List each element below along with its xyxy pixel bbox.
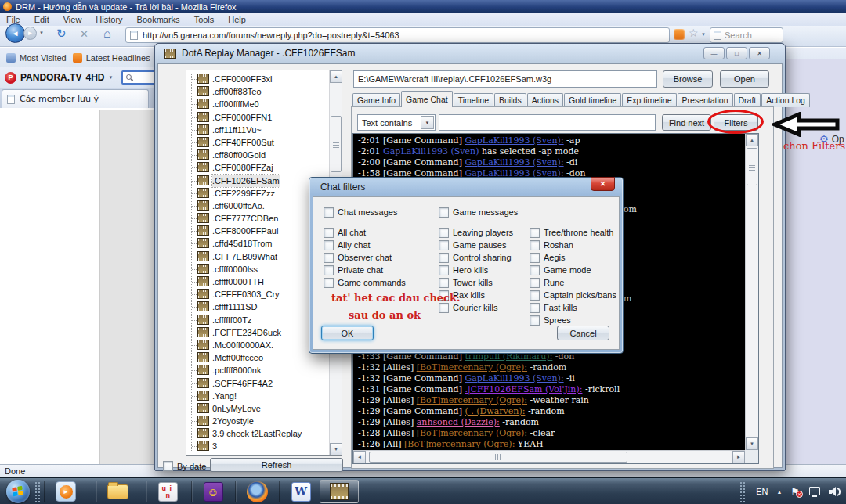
menu-tools[interactable]: Tools: [194, 15, 215, 24]
player-link[interactable]: [BoT]mercennary (Ogre):: [404, 439, 515, 449]
checkbox-game-messages[interactable]: [439, 207, 449, 218]
language-indicator[interactable]: EN: [756, 487, 768, 496]
taskbar-unikey[interactable]: uin: [149, 480, 186, 503]
replay-item[interactable]: .CFF7EB09What: [186, 250, 328, 263]
home-icon[interactable]: [103, 27, 111, 41]
network-icon[interactable]: [808, 487, 820, 497]
rss-icon[interactable]: [674, 29, 685, 40]
menu-bookmarks[interactable]: Bookmarks: [137, 15, 180, 24]
replay-item[interactable]: .CFF7777CDBen: [186, 212, 328, 225]
tab-action-log[interactable]: Action Log: [761, 93, 810, 107]
bookmark-latest-headlines[interactable]: Latest Headlines: [73, 53, 150, 63]
replay-item[interactable]: .Yang!: [186, 390, 328, 402]
browse-button[interactable]: Browse: [663, 70, 713, 88]
forward-button[interactable]: [24, 27, 37, 40]
scroll-thumb[interactable]: [369, 452, 627, 463]
menu-edit[interactable]: Edit: [34, 15, 49, 24]
checkbox-private-chat[interactable]: [324, 265, 334, 275]
chat-vertical-scrollbar[interactable]: [745, 134, 758, 450]
scroll-up-icon[interactable]: [746, 134, 758, 146]
scroll-thumb[interactable]: [747, 148, 757, 185]
checkbox-tower-kills[interactable]: [439, 278, 449, 288]
show-hidden-icons[interactable]: [776, 489, 782, 495]
tab-presentation[interactable]: Presentation: [678, 93, 733, 107]
browser-tab[interactable]: Các member lưu ý: [2, 89, 149, 108]
pandora-label[interactable]: PANDORA.TV: [20, 72, 81, 83]
checkbox-courier-kills[interactable]: [439, 303, 449, 313]
minimize-button[interactable]: [703, 47, 725, 59]
select-dropdown-icon[interactable]: [421, 116, 434, 129]
player-link[interactable]: GapLaKill1993 (Sven):: [465, 157, 563, 167]
replay-item[interactable]: 2Yoyostyle: [186, 415, 328, 427]
replay-item[interactable]: .SCFF46FF4A2: [186, 377, 328, 390]
player-link[interactable]: [BoT]mercennary (Ogre):: [417, 362, 527, 373]
cancel-button[interactable]: Cancel: [557, 326, 609, 340]
tab-exp-timeline[interactable]: Exp timeline: [622, 93, 676, 107]
scroll-left-icon[interactable]: [353, 451, 366, 463]
checkbox-ally-chat[interactable]: [324, 240, 334, 250]
taskbar-media-player[interactable]: [47, 480, 85, 503]
replay-item[interactable]: .CFF0000FF3xi: [186, 73, 328, 85]
checkbox-rune[interactable]: [530, 278, 540, 288]
bookmark-dropdown-icon[interactable]: [701, 32, 706, 37]
player-link[interactable]: [BoT]mercennary (Ogre):: [417, 428, 527, 438]
replay-item[interactable]: .cffffff00Tz: [186, 314, 328, 326]
checkbox-sprees[interactable]: [530, 315, 540, 326]
replay-item[interactable]: .CFF0080FFZaj: [186, 161, 328, 174]
by-date-checkbox[interactable]: [163, 461, 173, 471]
player-link[interactable]: GapLaKill1993 (Sven):: [465, 373, 563, 383]
tab-actions[interactable]: Actions: [527, 93, 563, 107]
player-link[interactable]: [BoT]mercennary (Ogre):: [417, 395, 527, 405]
tab-draft[interactable]: Draft: [734, 93, 761, 107]
checkbox-captain-picks-bans[interactable]: [530, 290, 540, 301]
search-engine-icon[interactable]: [714, 31, 721, 40]
scroll-down-icon[interactable]: [746, 437, 758, 450]
checkbox-hero-kills[interactable]: [439, 265, 449, 275]
drm-titlebar[interactable]: DotA Replay Manager - .CFF1026EFSam: [164, 48, 355, 59]
url-bar[interactable]: http://vn5.garena.com/forums/newreply.ph…: [125, 27, 670, 43]
replay-item[interactable]: .cffff1111SD: [186, 301, 328, 313]
replay-item[interactable]: .cffff0000lss: [186, 263, 328, 275]
action-center-icon[interactable]: ✕: [790, 486, 800, 498]
tab-timeline[interactable]: Timeline: [454, 93, 494, 107]
refresh-icon[interactable]: [56, 27, 67, 41]
tab-gold-timeline[interactable]: Gold timeline: [564, 93, 621, 107]
player-link[interactable]: GapLaKill1993 (Sven): [383, 146, 479, 157]
checkbox-control-sharing[interactable]: [439, 253, 449, 263]
player-link[interactable]: anhsoncd (Dazzle):: [417, 417, 500, 427]
menu-help[interactable]: Help: [228, 15, 246, 24]
replay-item[interactable]: .cff6000ffcAo.: [186, 200, 328, 212]
replay-item[interactable]: .Mcff00ffcceo: [186, 351, 328, 364]
search-box[interactable]: Search: [710, 27, 783, 43]
replay-item[interactable]: 3: [186, 440, 328, 452]
checkbox-roshan[interactable]: [530, 240, 540, 250]
chat-horizontal-scrollbar[interactable]: [353, 450, 745, 463]
replay-item[interactable]: 3.9 check t2LastReplay: [186, 427, 328, 440]
pandora-dropdown-icon[interactable]: [108, 75, 113, 80]
dialog-close-button[interactable]: [591, 177, 615, 191]
maximize-button[interactable]: [726, 47, 747, 59]
menu-history[interactable]: History: [96, 15, 122, 24]
replay-item[interactable]: .pcffff8000nk: [186, 364, 328, 376]
tab-game-info[interactable]: Game Info: [352, 93, 400, 107]
checkbox-fast-kills[interactable]: [530, 303, 540, 313]
taskbar-file-explorer[interactable]: [99, 480, 136, 503]
replay-item[interactable]: .CFF0000FFN1: [186, 111, 328, 124]
taskbar-firefox[interactable]: [238, 480, 276, 503]
history-dropdown-icon[interactable]: [39, 31, 44, 35]
menu-view[interactable]: View: [63, 15, 82, 24]
scroll-up-icon[interactable]: [330, 70, 342, 83]
checkbox-observer-chat[interactable]: [324, 253, 334, 263]
replay-item[interactable]: .FCFFE234D6uck: [186, 326, 328, 339]
search-mode-select[interactable]: Text contains: [357, 114, 436, 131]
volume-icon[interactable]: [829, 487, 841, 497]
checkbox-game-commands[interactable]: [324, 278, 334, 288]
ok-button[interactable]: OK: [321, 326, 374, 340]
replay-item[interactable]: .cffff0000TTH: [186, 275, 328, 288]
replay-item[interactable]: .Mc00ff0000AX.: [186, 339, 328, 351]
refresh-button[interactable]: Refresh: [210, 458, 343, 472]
checkbox-game-mode[interactable]: [530, 265, 540, 275]
start-button[interactable]: [6, 480, 30, 503]
replay-item[interactable]: .CFFFF0303_Cry: [186, 288, 328, 301]
player-link[interactable]: ( . (Dwarven):: [465, 406, 525, 416]
